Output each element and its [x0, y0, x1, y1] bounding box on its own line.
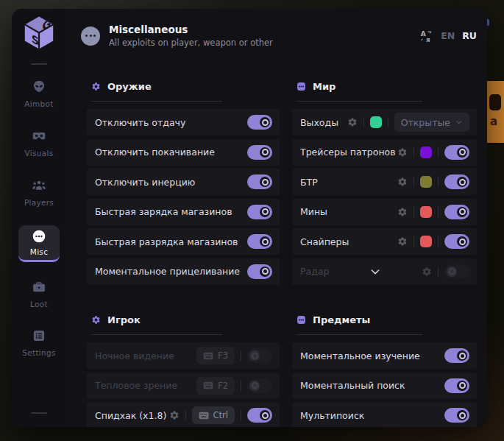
control-separator — [414, 147, 414, 158]
screen: a S G AimbotVisualsPlayersMiscLootSettin… — [0, 0, 504, 441]
color-swatch[interactable] — [420, 147, 432, 158]
toggle-switch[interactable] — [444, 264, 469, 279]
feature-label: Мины — [300, 206, 327, 217]
feature-row: Быстрая разрядка магазинов — [87, 228, 280, 255]
page-subtitle: All exploits on player, weapon or other — [109, 38, 420, 48]
color-swatch[interactable] — [420, 206, 432, 218]
feature-row: БТР — [292, 169, 477, 195]
toggle-knob — [249, 381, 260, 391]
section-divider — [91, 101, 222, 102]
sidebar-item-aimbot[interactable]: Aimbot — [18, 80, 60, 108]
toggle-knob — [457, 350, 467, 361]
sidebar-item-loot[interactable]: Loot — [18, 280, 60, 308]
chevron-down-icon — [455, 119, 463, 126]
toggle-switch[interactable] — [444, 174, 469, 189]
feature-row: Ночное видениеF3 — [87, 342, 280, 369]
toggle-knob — [457, 207, 467, 217]
row-settings-gear-icon[interactable] — [169, 410, 180, 420]
toggle-switch[interactable] — [444, 234, 469, 249]
color-swatch[interactable] — [370, 116, 382, 128]
goggles-icon — [32, 129, 46, 144]
feature-row: Трейсеры патронов — [292, 139, 477, 166]
content-grid: ОружиеОтключить отдачуОтключить покачива… — [87, 60, 477, 427]
toggle-knob — [457, 236, 467, 247]
feature-label: Отключить инерцию — [95, 177, 195, 188]
feature-row: Тепловое зрениеF2 — [87, 373, 280, 399]
keybind-badge[interactable]: Ctrl — [192, 406, 235, 424]
control-separator — [438, 236, 439, 247]
row-settings-gear-icon[interactable] — [397, 177, 408, 187]
row-settings-gear-icon[interactable] — [397, 207, 408, 217]
toggle-switch[interactable] — [444, 408, 469, 423]
keybind-badge[interactable]: F3 — [196, 347, 235, 364]
section-weapon: ОружиеОтключить отдачуОтключить покачива… — [87, 71, 280, 288]
toggle-switch[interactable] — [247, 348, 272, 363]
row-settings-gear-icon[interactable] — [397, 236, 408, 247]
color-swatch[interactable] — [420, 176, 432, 188]
toggle-switch[interactable] — [444, 145, 469, 160]
control-separator — [241, 381, 241, 391]
toggle-switch[interactable] — [247, 115, 272, 130]
content-column-right: МирВыходыОткрытыеТрейсеры патроновБТРМин… — [292, 60, 477, 427]
toggle-knob — [260, 117, 270, 127]
row-settings-gear-icon[interactable] — [347, 117, 358, 127]
briefcase-icon — [32, 280, 46, 294]
toggle-switch[interactable] — [444, 348, 469, 363]
keybind-badge[interactable]: F2 — [196, 377, 235, 395]
sidebar-item-misc[interactable]: Misc — [18, 225, 60, 262]
color-swatch[interactable] — [420, 236, 432, 247]
feature-row: Отключить отдачу — [87, 109, 280, 135]
game-fragment-glyph: a — [490, 115, 497, 128]
toggle-knob — [457, 381, 467, 391]
toggle-switch[interactable] — [247, 205, 272, 219]
section-world: МирВыходыОткрытыеТрейсеры патроновБТРМин… — [292, 71, 477, 288]
toggle-knob — [260, 236, 270, 247]
keyboard-icon — [203, 381, 213, 389]
expand-chevron-down-icon[interactable] — [369, 266, 381, 278]
feature-row: Спидхак (x1.8)Ctrl — [87, 402, 280, 427]
feature-label: Отключить отдачу — [95, 117, 185, 128]
feature-row: Отключить покачивание — [87, 139, 280, 166]
control-separator — [241, 350, 241, 361]
toggle-knob — [260, 410, 270, 420]
toggle-switch[interactable] — [247, 264, 272, 279]
sidebar-item-label: Settings — [22, 348, 55, 357]
toggle-switch[interactable] — [247, 174, 272, 189]
feature-label: Моментальное прицеливание — [95, 266, 240, 277]
toggle-switch[interactable] — [444, 205, 469, 219]
sidebar-item-visuals[interactable]: Visuals — [18, 129, 60, 158]
lang-en-button[interactable]: EN — [441, 30, 455, 41]
toggle-switch[interactable] — [247, 378, 272, 393]
dropdown-select[interactable]: Открытые — [394, 113, 469, 132]
row-settings-gear-icon[interactable] — [397, 147, 408, 158]
control-separator — [185, 410, 186, 420]
toggle-switch[interactable] — [247, 145, 272, 160]
sidebar-item-players[interactable]: Players — [18, 178, 60, 207]
ellipsis-circle-icon — [32, 229, 46, 244]
gear-icon — [91, 82, 101, 91]
toggle-knob — [457, 147, 467, 158]
feature-label: Трейсеры патронов — [300, 147, 396, 158]
toggle-knob — [260, 267, 270, 277]
row-settings-gear-icon[interactable] — [422, 267, 432, 277]
toggle-switch[interactable] — [444, 378, 469, 393]
translate-icon: A я — [420, 29, 433, 43]
svg-text:A: A — [421, 30, 426, 38]
box-dots-icon — [297, 315, 306, 325]
header-text: Miscellaneous All exploits on player, we… — [109, 24, 420, 48]
section-player: ИгрокНочное видениеF3Тепловое зрениеF2Сп… — [87, 304, 280, 427]
control-separator — [438, 207, 439, 217]
toggle-switch[interactable] — [247, 234, 272, 249]
feature-label: Ночное видение — [95, 350, 174, 361]
section-title: Игрок — [107, 314, 141, 325]
toggle-switch[interactable] — [247, 408, 272, 423]
keybind-key: F3 — [218, 350, 228, 361]
sidebar-item-settings[interactable]: Settings — [18, 328, 60, 357]
toggle-knob — [457, 177, 467, 187]
lang-ru-button[interactable]: RU — [462, 30, 477, 41]
sidebar-item-label: Aimbot — [24, 99, 53, 108]
keybind-key: F2 — [218, 381, 228, 391]
control-separator — [438, 267, 439, 277]
page-header: Miscellaneous All exploits on player, we… — [66, 9, 487, 48]
keybind-key: Ctrl — [213, 410, 228, 420]
